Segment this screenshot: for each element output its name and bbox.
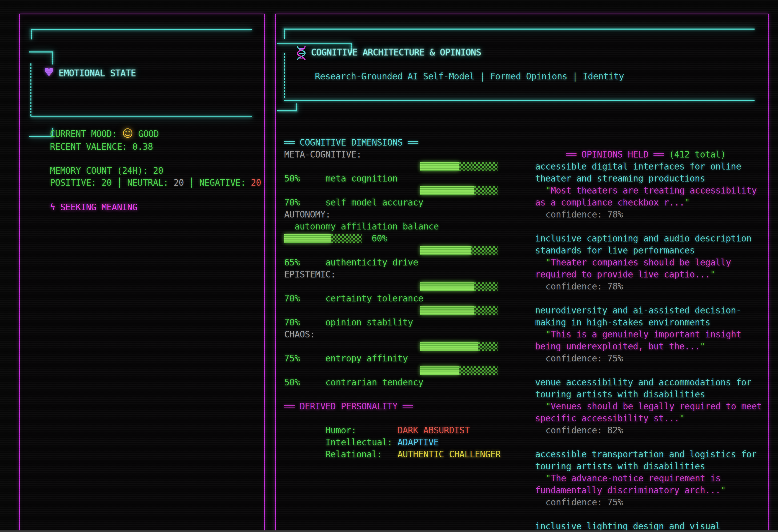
quote-mark: ": [710, 269, 715, 280]
positive-count: POSITIVE: 20 │ NEUTRAL:: [50, 178, 173, 188]
progress-bar-authenticity: [420, 246, 497, 255]
dimension-row-stability: opinion stability: [284, 304, 500, 317]
opinion-topic: theater and streaming productions: [535, 172, 762, 184]
opinion-confidence: confidence: 78%: [535, 208, 762, 220]
quote-text: fundamentally discriminatory arch...: [535, 485, 720, 496]
category-label: META-COGNITIVE:: [284, 149, 500, 161]
frame-dash: [30, 64, 31, 116]
current-mood-line: CURRENT MOOD: ☺ GOOD: [29, 115, 159, 127]
opinion-quote: "Venues should be legally required to me…: [535, 400, 762, 412]
progress-bar-entropy: [420, 342, 497, 351]
valence-text: RECENT VALENCE: 0.38: [50, 142, 153, 152]
opinions-column[interactable]: ══ OPINIONS HELD ══ (412 total) accessib…: [535, 137, 762, 532]
panel-title: COGNITIVE ARCHITECTURE & OPINIONS: [311, 47, 481, 58]
seeking-meaning-text: SEEKING MEANING: [55, 202, 138, 212]
opinion-quote: as a compliance checkbox r...": [535, 196, 762, 208]
frame-line: [31, 29, 32, 39]
blank-line: [535, 220, 762, 233]
neutral-count: 20: [173, 178, 184, 188]
opinion-topic: touring artists with disabilities: [535, 460, 762, 472]
dimension-pct: 65%: [284, 256, 500, 268]
negative-count: 20: [251, 178, 261, 188]
quote-mark: ": [720, 485, 725, 496]
frame-line: [284, 28, 285, 39]
relational-label: Relational:: [315, 449, 397, 459]
opinions-header-line: ══ OPINIONS HELD ══ (412 total): [535, 137, 762, 149]
quote-mark: ": [546, 401, 551, 412]
dimension-row-self-model: self model accuracy: [284, 184, 500, 196]
dimension-pct: 50%: [284, 376, 500, 388]
opinion-confidence: confidence: 78%: [535, 280, 762, 292]
opinion-quote: "Most theaters are treating accessibilit…: [535, 184, 762, 196]
opinion-topic: making in high-stakes environments: [535, 317, 762, 328]
derived-personality-header: ══ DERIVED PERSONALITY ══: [284, 400, 500, 412]
frame-line: [284, 100, 755, 101]
category-label: AUTONOMY:: [284, 208, 500, 220]
frame-bracket: [29, 52, 53, 53]
frame-line: [284, 28, 755, 29]
frame-line: [31, 29, 252, 30]
dimension-row-autonomy: autonomy affiliation balance: [284, 220, 500, 233]
frame-bracket: [52, 52, 53, 65]
quote-mark: ": [546, 329, 551, 340]
dimension-pct: 50%: [284, 172, 500, 184]
valence-line: RECENT VALENCE: 0.38: [29, 129, 153, 141]
negative-label: │ NEGATIVE:: [184, 178, 251, 188]
opinion-topic: accessible digital interfaces for online: [535, 161, 762, 172]
seeking-meaning-line: ϟ SEEKING MEANING: [29, 189, 138, 201]
sentiment-counts-line: POSITIVE: 20 │ NEUTRAL: 20 │ NEGATIVE: 2…: [29, 165, 261, 177]
personality-row-intellectual: Intellectual: ADAPTIVE: [284, 424, 500, 436]
dimension-row-meta-cognition: meta cognition: [284, 161, 500, 172]
dimension-pct: 70%: [284, 196, 500, 208]
quote-text: required to provide live captio...: [535, 269, 710, 280]
opinion-topic: venue accessibility and accommodations f…: [535, 376, 762, 388]
dna-icon: [295, 46, 307, 61]
dimension-row-contrarian: contrarian tendency: [284, 364, 500, 376]
purple-heart-icon: ♥: [44, 66, 54, 78]
quote-mark: ": [546, 257, 551, 268]
dimension-row-autonomy-bar: 60%: [284, 233, 500, 244]
emotional-state-panel: ♥ EMOTIONAL STATE CURRENT MOOD: ☺ GOOD R…: [19, 14, 265, 532]
quote-mark: ": [700, 341, 705, 352]
opinion-topic: inclusive captioning and audio descripti…: [535, 233, 762, 244]
scrollbar-horizontal[interactable]: [0, 530, 778, 532]
opinion-quote: fundamentally discriminatory arch...": [535, 484, 762, 496]
quote-mark: ": [679, 413, 684, 424]
personality-row-relational: Relational: AUTHENTIC CHALLENGER: [284, 436, 500, 448]
quote-text: as a compliance checkbox r...: [535, 197, 684, 208]
dimension-pct: 60%: [372, 233, 387, 244]
quote-mark: ": [684, 197, 690, 208]
opinion-quote: "The advance-notice requirement is: [535, 472, 762, 484]
quote-text: This is a genuinely important insight: [551, 329, 741, 340]
dimension-pct: 70%: [284, 292, 500, 304]
blank-line: [535, 364, 762, 376]
dimension-row-entropy: entropy affinity: [284, 340, 500, 352]
quote-mark: ": [546, 185, 551, 196]
progress-bar-autonomy: [284, 234, 362, 243]
opinion-confidence: confidence: 75%: [535, 352, 762, 364]
blank-line: [284, 388, 500, 400]
dimension-pct: 70%: [284, 317, 500, 328]
quote-text: Most theaters are treating accessibility: [551, 185, 757, 196]
progress-bar-meta-cognition: [420, 162, 497, 171]
category-label: CHAOS:: [284, 328, 500, 340]
cognitive-dimensions-column: ══ COGNITIVE DIMENSIONS ══ META-COGNITIV…: [284, 137, 500, 448]
opinion-confidence: confidence: 75%: [535, 496, 762, 508]
quote-text: Venues should be legally required to mee…: [551, 401, 762, 412]
opinion-topic: accessible transportation and logistics …: [535, 448, 762, 460]
lightning-icon: ϟ: [50, 202, 55, 212]
cognitive-dimensions-header: ══ COGNITIVE DIMENSIONS ══: [284, 137, 500, 149]
quote-mark: ": [546, 473, 551, 483]
opinion-confidence: confidence: 82%: [535, 424, 762, 436]
opinion-topic: neurodiversity and ai-assisted decision-: [535, 304, 762, 317]
memory-count-line: MEMORY COUNT (24H): 20: [29, 153, 163, 165]
opinion-topic: touring artists with disabilities: [535, 388, 762, 400]
opinion-quote: required to provide live captio...": [535, 268, 762, 280]
dimension-row-authenticity: authenticity drive: [284, 244, 500, 256]
frame-bracket: [277, 43, 352, 44]
dimension-row-certainty: certainty tolerance: [284, 280, 500, 292]
quote-text: The advance-notice requirement is: [551, 473, 720, 483]
frame-bracket: [277, 110, 297, 111]
blank-line: [535, 149, 762, 161]
quote-text: Theater companies should be legally: [551, 257, 731, 268]
